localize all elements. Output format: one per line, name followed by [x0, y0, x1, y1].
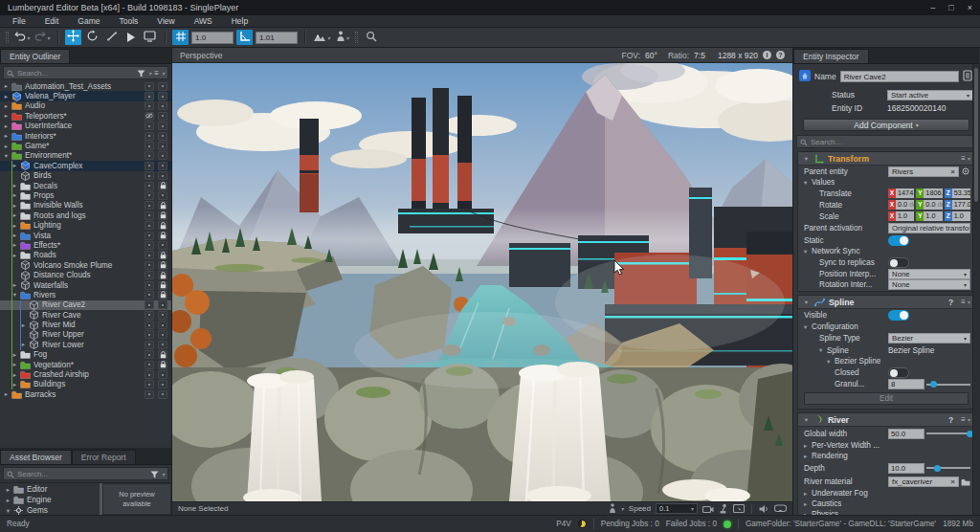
lock-cell[interactable] [158, 101, 167, 110]
minimize-button[interactable]: – [930, 3, 935, 12]
outliner-item-river-upper[interactable]: River Upper [0, 330, 171, 340]
parent-activation-dropdown[interactable]: Original relative transform [888, 223, 970, 233]
play-button[interactable] [122, 30, 139, 45]
expand-arrow[interactable]: ▾ [804, 358, 835, 366]
lock-cell[interactable] [158, 232, 167, 240]
visibility-cell[interactable] [145, 370, 154, 379]
audio-icon[interactable] [759, 504, 769, 514]
granularity-slider[interactable] [926, 380, 970, 389]
visibility-cell[interactable] [145, 311, 154, 320]
menu-view[interactable]: View [148, 16, 183, 26]
spline-header[interactable]: ▾ Spline ? ≡▾ [798, 296, 974, 309]
rotate-x-field[interactable]: 0.0deg [896, 200, 914, 210]
viewpoint-person-icon[interactable] [609, 503, 616, 514]
info-icon[interactable]: i [763, 51, 771, 59]
menu-edit[interactable]: Edit [36, 16, 68, 26]
rotation-interp-dropdown[interactable]: None [888, 279, 970, 290]
visibility-cell[interactable] [145, 241, 154, 250]
outliner-item-fog[interactable]: ▸Fog [0, 350, 171, 360]
entity-name-input[interactable] [840, 71, 959, 82]
scale-z-field[interactable]: 1.0 [952, 211, 970, 221]
expand-arrow[interactable]: ▸ [804, 442, 812, 450]
outliner-item-environment[interactable]: ▾Environment* [0, 151, 171, 161]
lock-cell[interactable] [158, 271, 167, 279]
outliner-item-game[interactable]: ▸Game* [0, 141, 171, 150]
angle-snap-button[interactable] [236, 30, 253, 45]
picker-icon[interactable] [961, 163, 970, 180]
visibility-cell[interactable] [145, 330, 154, 339]
outliner-item-river-cave2[interactable]: River Cave2 [0, 300, 171, 310]
camera-icon[interactable] [702, 504, 714, 514]
visibility-cell[interactable] [145, 232, 154, 240]
lock-cell[interactable] [158, 151, 167, 160]
outliner-item-birds[interactable]: Birds [0, 171, 171, 181]
visibility-cell[interactable] [145, 251, 154, 259]
collapse-arrow-icon[interactable]: ▾ [802, 155, 811, 163]
visibility-cell[interactable] [145, 122, 154, 130]
close-button[interactable]: × [968, 3, 972, 12]
visibility-cell[interactable] [145, 92, 154, 100]
outliner-item-river-lower[interactable]: ▸River Lower [0, 340, 171, 349]
scale-tool-button[interactable] [103, 30, 120, 45]
translate-x-field[interactable]: 1474.24m [896, 188, 914, 198]
component-menu-icon[interactable]: ≡▾ [961, 154, 970, 163]
lock-cell[interactable] [158, 132, 167, 141]
visibility-cell[interactable] [145, 162, 154, 170]
asset-item-editor[interactable]: ▸Editor [0, 484, 100, 495]
list-options-icon[interactable]: ≡ [154, 69, 159, 78]
outliner-item-barracks[interactable]: ▸Barracks [0, 389, 171, 399]
component-menu-icon[interactable]: ≡▾ [961, 415, 970, 424]
menu-file[interactable]: File [4, 16, 34, 26]
ratio-value[interactable]: 7:5 [694, 51, 705, 60]
filter-icon[interactable] [137, 64, 145, 81]
visibility-cell[interactable] [145, 82, 154, 91]
sync-to-replicas-toggle[interactable] [888, 257, 909, 268]
help-icon[interactable]: ? [948, 415, 953, 425]
visibility-cell[interactable] [145, 341, 154, 349]
lock-cell[interactable] [158, 350, 167, 359]
outliner-item-rivers[interactable]: ▾Rivers [0, 290, 171, 299]
depth-field[interactable]: 10.0 [888, 463, 924, 474]
rotate-z-field[interactable]: 177.0deg [952, 200, 970, 210]
visibility-cell[interactable] [145, 182, 154, 190]
visibility-cell[interactable] [145, 101, 154, 110]
expand-arrow[interactable]: ▾ [2, 152, 11, 160]
visibility-cell[interactable] [145, 321, 154, 329]
outliner-item-props[interactable]: ▸Props [0, 190, 171, 200]
lock-cell[interactable] [158, 261, 167, 270]
lock-cell[interactable] [158, 142, 167, 150]
outliner-item-waterfalls[interactable]: ▸Waterfalls [0, 280, 171, 290]
global-width-field[interactable]: 50.0 [888, 429, 924, 439]
visibility-cell[interactable] [145, 112, 154, 121]
lock-cell[interactable] [158, 341, 167, 349]
expand-arrow[interactable]: ▸ [804, 511, 812, 516]
menu-tools[interactable]: Tools [111, 16, 147, 26]
p4v-label[interactable]: P4V [556, 520, 570, 528]
collapse-arrow-icon[interactable]: ▾ [802, 416, 811, 424]
closed-toggle[interactable] [888, 367, 909, 378]
visibility-cell[interactable] [145, 390, 154, 399]
outliner-item-lighting[interactable]: ▸Lighting [0, 220, 171, 230]
move-tool-button[interactable] [65, 30, 81, 45]
simulation-person-button[interactable]: ▾ [334, 30, 350, 45]
grid-snap-value-input[interactable] [191, 32, 234, 44]
lock-cell[interactable] [158, 122, 167, 130]
lock-cell[interactable] [158, 370, 167, 379]
expand-arrow[interactable]: ▸ [2, 143, 11, 150]
clear-icon[interactable]: × [950, 477, 955, 486]
scrollbar-thumb[interactable] [974, 68, 978, 202]
vr-headset-icon[interactable] [774, 504, 787, 513]
grid-snap-button[interactable] [172, 30, 189, 45]
spline-type-dropdown[interactable]: Bezier [888, 333, 970, 344]
expand-arrow[interactable]: ▸ [804, 500, 812, 508]
expand-arrow[interactable]: ▸ [2, 132, 11, 140]
visibility-cell[interactable] [145, 291, 154, 299]
menu-game[interactable]: Game [69, 16, 108, 26]
expand-arrow[interactable]: ▾ [804, 346, 827, 354]
outliner-item-volcano-smoke-plume[interactable]: Volcano Smoke Plume [0, 260, 171, 270]
lock-cell[interactable] [158, 361, 167, 369]
visibility-cell[interactable] [145, 300, 154, 309]
expand-arrow[interactable]: ▾ [804, 179, 812, 187]
expand-arrow[interactable]: ▸ [4, 497, 12, 504]
inspector-scrollbar[interactable] [972, 64, 979, 515]
